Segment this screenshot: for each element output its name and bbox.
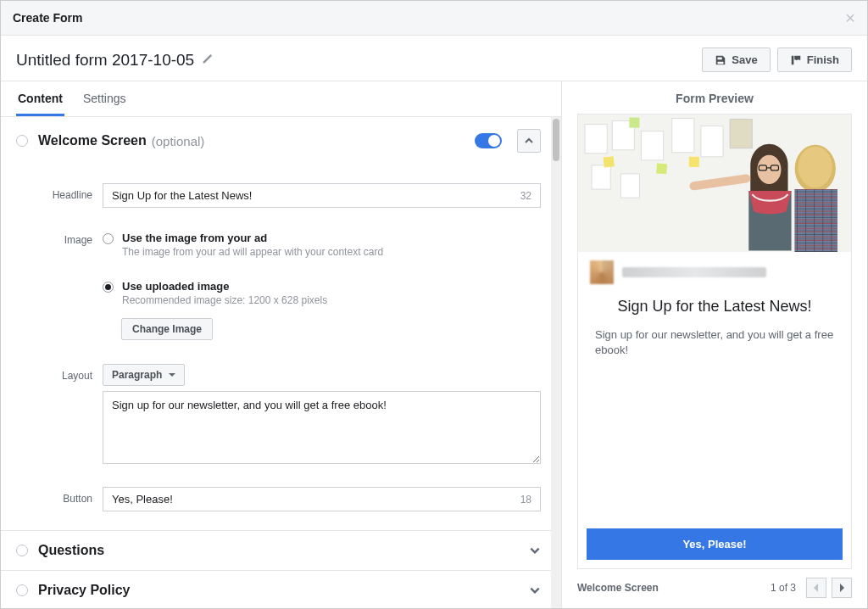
preview-avatar — [590, 260, 614, 284]
section-questions-title: Questions — [38, 543, 104, 558]
toolbar-buttons: Save Finish — [702, 47, 852, 72]
chevron-down-icon — [529, 584, 541, 596]
save-label: Save — [732, 53, 757, 66]
row-button: Button Yes, Please! 18 — [42, 487, 541, 511]
scrollbar-track[interactable] — [551, 117, 561, 608]
button-text-count: 18 — [520, 494, 531, 506]
preview-panel: Form Preview — [562, 81, 867, 608]
preview-headline: Sign Up for the Latest News! — [578, 288, 851, 322]
section-welcome-header[interactable]: Welcome Screen (optional) — [1, 117, 556, 165]
image-label: Image — [42, 228, 92, 246]
tab-settings[interactable]: Settings — [81, 81, 128, 116]
headline-input[interactable]: Sign Up for the Latest News! 32 — [103, 183, 541, 208]
row-image: Image Use the image from your ad The ima… — [42, 228, 541, 340]
radio-icon — [103, 233, 114, 244]
preview-footer-label: Welcome Screen — [577, 582, 659, 594]
svg-point-20 — [798, 147, 832, 187]
finish-label: Finish — [807, 53, 839, 66]
preview-next-button[interactable] — [832, 578, 852, 598]
close-icon[interactable]: × — [845, 9, 855, 26]
svg-point-13 — [757, 155, 781, 184]
layout-dropdown[interactable]: Paragraph — [103, 364, 185, 386]
section-questions: Questions — [1, 531, 556, 571]
preview-cta-button[interactable]: Yes, Please! — [587, 528, 843, 560]
svg-rect-3 — [641, 131, 663, 160]
preview-page-count: 1 of 3 — [771, 582, 796, 594]
chevron-down-icon — [169, 373, 175, 377]
section-questions-header[interactable]: Questions — [1, 531, 556, 570]
welcome-body: Headline Sign Up for the Latest News! 32… — [1, 165, 556, 530]
preview-card: Sign Up for the Latest News! Sign up for… — [577, 114, 852, 569]
svg-rect-11 — [629, 118, 639, 128]
welcome-toggle[interactable] — [475, 133, 502, 148]
save-icon — [715, 54, 726, 66]
sections-scroll[interactable]: Welcome Screen (optional) Headline — [1, 117, 561, 608]
image-option-ad[interactable]: Use the image from your ad The image fro… — [103, 228, 541, 261]
image-option-upload-label: Use uploaded image — [122, 280, 327, 293]
section-welcome-optional: (optional) — [152, 134, 205, 148]
image-option-ad-hint: The image from your ad will appear with … — [122, 246, 383, 258]
toolbar: Untitled form 2017-10-05 Save Finish — [1, 36, 867, 81]
create-form-modal: Create Form × Untitled form 2017-10-05 S… — [0, 0, 868, 609]
scrollbar-thumb[interactable] — [553, 119, 559, 161]
row-layout: Layout Paragraph — [42, 364, 541, 467]
svg-rect-22 — [795, 189, 837, 252]
preview-image — [578, 115, 851, 252]
svg-rect-12 — [689, 157, 699, 167]
preview-footer: Welcome Screen 1 of 3 — [562, 569, 867, 608]
save-button[interactable]: Save — [702, 47, 770, 72]
tabs: Content Settings — [1, 81, 561, 117]
left-panel: Content Settings Welcome Screen (optiona… — [1, 81, 562, 608]
finish-button[interactable]: Finish — [777, 47, 852, 72]
button-field-label: Button — [42, 487, 92, 505]
section-welcome-title: Welcome Screen — [38, 133, 147, 148]
svg-rect-6 — [730, 120, 752, 148]
preview-prev-button[interactable] — [806, 578, 826, 598]
svg-rect-4 — [672, 119, 694, 153]
section-indicator-icon — [16, 545, 28, 556]
image-option-upload[interactable]: Use uploaded image Recommended image siz… — [103, 277, 541, 310]
button-text-input[interactable]: Yes, Please! 18 — [103, 487, 541, 511]
section-privacy-policy: Privacy Policy — [1, 571, 556, 608]
layout-label: Layout — [42, 364, 92, 382]
form-name-text: Untitled form 2017-10-05 — [16, 51, 194, 70]
section-indicator-icon — [16, 135, 28, 147]
image-option-upload-hint: Recommended image size: 1200 x 628 pixel… — [122, 294, 327, 306]
section-privacy-title: Privacy Policy — [38, 583, 131, 598]
edit-name-icon[interactable] — [201, 51, 213, 70]
row-headline: Headline Sign Up for the Latest News! 32 — [42, 183, 541, 208]
change-image-button[interactable]: Change Image — [121, 318, 213, 340]
headline-count: 32 — [520, 190, 531, 202]
collapse-welcome-button[interactable] — [517, 129, 541, 153]
preview-pager: 1 of 3 — [771, 578, 852, 598]
paragraph-textarea[interactable] — [103, 391, 541, 464]
preview-page-name-blurred — [622, 267, 766, 277]
image-option-ad-label: Use the image from your ad — [122, 232, 383, 244]
svg-rect-8 — [620, 174, 639, 198]
modal-header: Create Form × — [1, 1, 867, 36]
body: Content Settings Welcome Screen (optiona… — [1, 81, 867, 608]
radio-icon-selected — [103, 282, 114, 293]
form-name-row: Untitled form 2017-10-05 — [16, 51, 213, 70]
modal-title: Create Form — [13, 11, 82, 25]
section-indicator-icon — [16, 584, 28, 596]
layout-selected: Paragraph — [112, 369, 162, 381]
chevron-up-icon — [524, 136, 534, 146]
svg-rect-10 — [656, 163, 667, 174]
preview-description: Sign up for our newsletter, and you will… — [578, 322, 851, 363]
headline-value: Sign Up for the Latest News! — [112, 189, 252, 202]
chevron-left-icon — [813, 584, 820, 592]
svg-rect-1 — [585, 125, 607, 154]
tab-content[interactable]: Content — [16, 81, 64, 116]
svg-rect-9 — [604, 156, 615, 167]
chevron-right-icon — [838, 584, 845, 592]
finish-icon — [790, 54, 802, 66]
section-privacy-header[interactable]: Privacy Policy — [1, 571, 556, 608]
svg-rect-7 — [592, 165, 610, 189]
headline-label: Headline — [42, 183, 92, 201]
svg-rect-5 — [701, 126, 723, 157]
preview-panel-title: Form Preview — [562, 81, 867, 114]
chevron-down-icon — [529, 545, 541, 556]
button-text-value: Yes, Please! — [112, 493, 173, 506]
preview-meta-row — [578, 252, 851, 288]
